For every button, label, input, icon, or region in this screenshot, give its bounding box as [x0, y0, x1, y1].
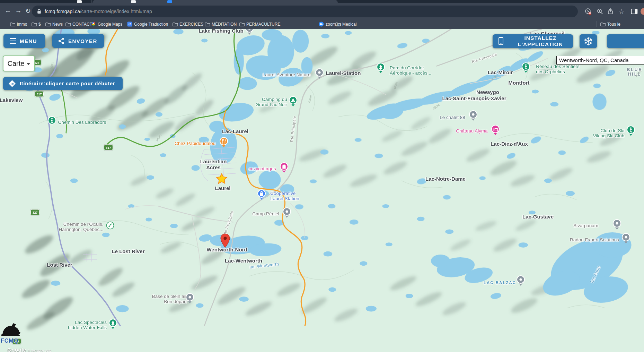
map-type-dropdown[interactable]: Carte [3, 55, 35, 71]
bookmark-item-news[interactable]: News [45, 21, 63, 27]
bookmark-star-icon[interactable]: ☆ [618, 8, 625, 15]
map-label-rte-principale: Rte Principale [289, 116, 297, 142]
map-pin-le-chalet-88[interactable] [469, 110, 478, 122]
map-pin-cooperative-laurel-station[interactable] [257, 189, 266, 201]
map-label-le-chalet-88: Le chalet 88 [440, 115, 465, 120]
map-label-ch-teau-alyma: Château Alyma [456, 128, 488, 134]
map-label-parc-du-corridor: Parc du Corridor Aérobique - accès... [390, 65, 431, 76]
map-pin-laurel-aventure-nature[interactable] [315, 68, 324, 80]
map-label-rte-principale: Rte Principale [471, 52, 497, 64]
bookmark-item-google-maps[interactable]: Google Maps [91, 21, 122, 27]
folder-icon [65, 22, 71, 27]
map-pin-lac-balzac[interactable] [516, 275, 525, 287]
bookmark-label: Google Maps [98, 22, 122, 27]
map-label-rte-principale: Rte Principale [222, 210, 234, 237]
map-label-lac-spectacles: Lac Spectacles hidden Water Falls [68, 320, 107, 330]
map-pin-lac-spectacles[interactable] [108, 318, 117, 331]
map-label-laurentian: Laurentian Acres [200, 159, 227, 171]
profile-avatar[interactable] [641, 8, 644, 15]
tab-favicon[interactable] [77, 0, 82, 3]
map-pin-sivarpanam[interactable] [612, 219, 621, 231]
bookmark-item-exercices[interactable]: EXERCICES [172, 21, 203, 27]
bookmark-label: Google Traduction [134, 22, 168, 27]
folder-icon [45, 22, 51, 27]
envoyer-label: ENVOYER [68, 38, 97, 44]
map-pin-wentworth-nord-marker[interactable] [220, 233, 231, 250]
folder-icon [172, 22, 178, 27]
address-bar[interactable]: fcmq.fcmqapi.ca/carte-motoneige/index.ht… [32, 6, 578, 17]
smartphone-icon [497, 37, 504, 46]
map-label-r-seau-des-sentiers: Réseau des Sentiers des Orphelins [536, 64, 579, 74]
map-pin-camping-grand-lac-noir[interactable] [289, 96, 298, 108]
share-button[interactable]: ENVOYER [52, 34, 104, 48]
map-label-lac-notre-dame: Lac-Notre-Dame [425, 176, 466, 182]
map-label-lac-anne: lac Anne [590, 265, 602, 283]
folder-icon [31, 22, 37, 27]
map-pin-chemin-des-labradors[interactable] [47, 116, 56, 128]
map-pin-laurel-favorite[interactable] [216, 173, 228, 186]
svg-text:⇄: ⇄ [129, 23, 131, 26]
gmaps-icon [91, 21, 96, 27]
partial-offscreen-button[interactable] [607, 34, 644, 48]
bookmark-item-medical[interactable]: Medical [335, 21, 356, 27]
bookmark-item-overflow[interactable]: Tous le [600, 21, 620, 27]
bookmark-item-contact[interactable]: CONTACT [65, 21, 92, 27]
zoom-icon [319, 22, 324, 27]
itinerary-button[interactable]: Itinéraire:cliquer carte pour débuter [3, 77, 123, 90]
bookmark-item-google-traduction[interactable]: ⇄Google Traduction [127, 21, 168, 27]
back-button[interactable]: ← [3, 6, 13, 16]
map-pin-radon-expert-solutions[interactable] [621, 233, 630, 245]
map-pin-chemin-oxalis[interactable] [106, 221, 114, 231]
search-input[interactable] [556, 56, 644, 65]
map-pin-base-plein-air-bon-depart[interactable] [185, 293, 194, 305]
map-viewport[interactable]: Lake Fishing ClubLac-ChevreuilLaurel-Sta… [0, 29, 644, 352]
bookmark-item--[interactable]: $ [31, 21, 41, 27]
bookmark-label: $ [38, 22, 41, 27]
map-pin-lake-fishing-club[interactable] [245, 29, 254, 36]
tab-strip [0, 0, 644, 3]
tab-favicon[interactable] [167, 0, 172, 3]
bookmark-label: Tous le [607, 22, 620, 27]
lock-icon [37, 9, 42, 14]
route-shield-317: 317 [104, 145, 113, 151]
tab-favicon[interactable] [131, 0, 136, 3]
carte-label: Carte [8, 60, 25, 68]
fcmq-logo-text: FCMQ [1, 338, 25, 344]
map-pin-club-ski-viking[interactable] [626, 125, 635, 138]
bookmark-item-immo[interactable]: immo [10, 21, 27, 27]
map-label-newaygo: Newaygo [476, 89, 499, 95]
map-label-montfort: Montfort [509, 80, 530, 86]
bookmark-item-permaculture[interactable]: PERMACULTURE [239, 21, 280, 27]
map-pin-chez-papidoudalou[interactable] [219, 137, 228, 149]
snow-conditions-button[interactable] [580, 34, 597, 48]
map-pin-parc-corridor-aerobique[interactable] [376, 62, 385, 75]
install-app-button[interactable]: INSTALLEZ L'APPLICATION [493, 34, 573, 48]
gtrad-icon: ⇄ [127, 22, 132, 27]
map-pin-reseau-sentiers-orphelins[interactable] [521, 62, 530, 75]
active-tab[interactable] [92, 0, 338, 3]
map-attribution: © Montagne Verte [28, 349, 52, 352]
map-pin-chateau-alyma[interactable] [491, 125, 500, 137]
forward-button[interactable]: → [13, 6, 24, 16]
bookmark-item-m-ditation[interactable]: MÉDITATION [204, 21, 237, 27]
menu-button[interactable]: MENU [3, 34, 45, 48]
route-shield-327: 327 [30, 209, 39, 215]
map-label-200m: 200m [50, 61, 54, 70]
bookmark-label: PERMACULTURE [246, 22, 280, 27]
share-page-icon[interactable] [607, 8, 614, 15]
bookmark-label: CONTACT [72, 22, 92, 27]
map-label-laurel: Laurel [215, 186, 230, 191]
sidebar-toggle-icon[interactable] [630, 8, 638, 15]
bookmark-label: immo [17, 22, 27, 27]
map-pin-cozycottages[interactable] [280, 162, 289, 174]
share-icon [58, 37, 65, 44]
bookmarks-bar: Tous le immo$NewsCONTACTGoogle Maps⇄Goog… [0, 19, 644, 29]
map-label-chez-papidoudalou: Chez Papidoudalou [175, 141, 215, 146]
snowmobile-icon [1, 322, 21, 338]
cookie-extension-icon[interactable] [584, 8, 592, 15]
map-label-lac-miroir: Lac-Miroir [488, 70, 513, 76]
map-pin-camp-peniel[interactable] [282, 207, 291, 220]
map-label-radon-expert-solutions: Radon Expert Solutions [570, 237, 619, 242]
fcmq-logo[interactable]: FCMQ [1, 322, 25, 344]
zoom-page-icon[interactable] [596, 8, 604, 15]
